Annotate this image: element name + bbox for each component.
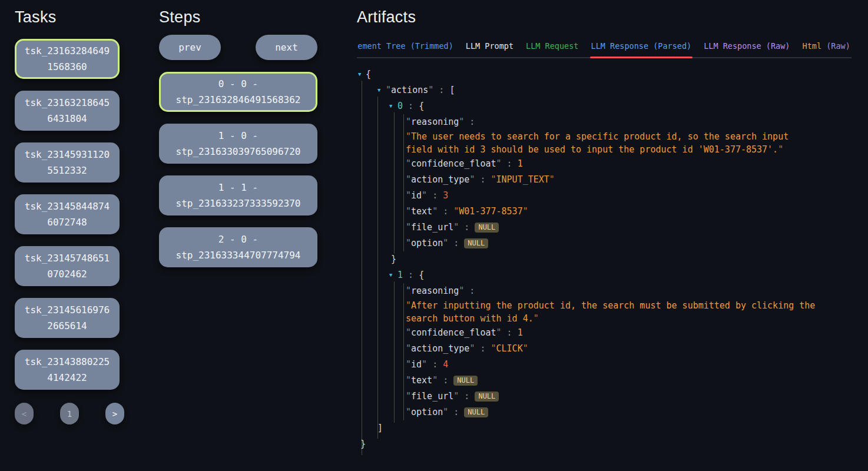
json-token-str: CLICK bbox=[491, 343, 528, 354]
step-button-stp-231633237333592370[interactable]: 1 - 1 - stp_231633237333592370 bbox=[159, 175, 317, 215]
json-token-key: id bbox=[406, 359, 427, 370]
artifact-tabs-strip: Element Tree (Trimmed)LLM PromptLLM Requ… bbox=[357, 40, 852, 58]
step-button-stp-231633039765096720[interactable]: 1 - 0 - stp_231633039765096720 bbox=[159, 124, 317, 164]
json-token-key: action_type bbox=[406, 343, 475, 354]
json-token-key: id bbox=[406, 190, 427, 201]
json-line: } bbox=[357, 436, 852, 452]
json-token-key: text bbox=[406, 206, 438, 217]
task-button-tsk-231457486510702462[interactable]: tsk_231457486510702462 bbox=[15, 246, 120, 286]
json-token-punc: [ bbox=[449, 85, 455, 95]
json-token-sep: : bbox=[438, 375, 453, 386]
task-button-tsk-231458448746072748[interactable]: tsk_231458448746072748 bbox=[15, 194, 120, 234]
null-badge: NULL bbox=[453, 376, 478, 386]
json-line: id : 4 bbox=[357, 357, 852, 373]
json-token-index: 1 bbox=[397, 270, 403, 280]
json-tree-viewer: ▼{▼actions : [▼0 : {reasoning :The user … bbox=[357, 67, 852, 452]
null-badge: NULL bbox=[475, 223, 499, 233]
json-token-sep: : bbox=[427, 359, 443, 370]
tab-element-tree-trimmed[interactable]: Element Tree (Trimmed) bbox=[357, 40, 453, 57]
json-token-sep: : bbox=[403, 101, 419, 111]
json-token-punc: ] bbox=[377, 423, 383, 433]
json-line: ▼{ bbox=[357, 67, 852, 82]
json-token-index: 0 bbox=[397, 101, 403, 111]
json-line: reasoning : bbox=[357, 114, 852, 130]
json-token-sep: : bbox=[438, 206, 453, 217]
next-step-button[interactable]: next bbox=[256, 35, 317, 60]
json-token-punc: { bbox=[419, 101, 424, 111]
json-line: confidence_float : 1 bbox=[357, 325, 852, 341]
json-token-sep: : bbox=[459, 222, 475, 233]
prev-step-button[interactable]: prev bbox=[159, 35, 221, 60]
json-token-punc: { bbox=[366, 69, 371, 79]
json-token-sep: : bbox=[464, 117, 475, 127]
tab-label-segment: Html bbox=[803, 41, 822, 51]
artifact-tabs: Element Tree (Trimmed)LLM PromptLLM Requ… bbox=[357, 40, 852, 58]
json-line: ▼actions : [ bbox=[357, 82, 852, 98]
collapse-arrow-icon[interactable]: ▼ bbox=[389, 267, 392, 283]
json-line: text : W01-377-8537 bbox=[357, 204, 852, 220]
task-button-tsk-231632846491568360[interactable]: tsk_231632846491568360 bbox=[15, 39, 120, 79]
json-line: option : NULL bbox=[357, 236, 852, 251]
step-nav-row: prev next bbox=[159, 35, 317, 60]
json-token-punc: } bbox=[360, 439, 366, 449]
json-token-int: 3 bbox=[443, 190, 448, 201]
collapse-arrow-icon[interactable]: ▼ bbox=[389, 98, 392, 114]
collapse-arrow-icon[interactable]: ▼ bbox=[358, 67, 361, 82]
json-token-key: reasoning bbox=[406, 286, 464, 296]
json-token-key: option bbox=[406, 407, 448, 417]
task-button-tsk-231438802254142422[interactable]: tsk_231438802254142422 bbox=[15, 350, 120, 390]
json-token-punc: } bbox=[391, 254, 396, 264]
tab-llm-prompt[interactable]: LLM Prompt bbox=[466, 40, 513, 57]
json-token-key: option bbox=[406, 238, 448, 248]
json-token-str: INPUT_TEXT bbox=[491, 174, 555, 185]
json-token-sep: : bbox=[475, 174, 491, 185]
task-button-tsk-231459311205512332[interactable]: tsk_231459311205512332 bbox=[15, 142, 120, 183]
json-token-key: confidence_float bbox=[406, 158, 502, 169]
task-list: tsk_231632846491568360tsk_23163218645643… bbox=[15, 39, 124, 390]
json-line: } bbox=[357, 251, 852, 267]
json-token-key: reasoning bbox=[406, 117, 464, 127]
tab-llm-response-parsed[interactable]: LLM Response (Parsed) bbox=[591, 40, 692, 57]
tasks-panel: Tasks tsk_231632846491568360tsk_23163218… bbox=[15, 7, 124, 424]
json-line: The user needs to search for a specific … bbox=[357, 130, 820, 156]
pagination-page-1-button[interactable]: 1 bbox=[60, 403, 79, 424]
json-token-key: file_url bbox=[406, 222, 459, 233]
json-token-key: confidence_float bbox=[406, 327, 502, 338]
pagination-next-button[interactable]: > bbox=[105, 403, 124, 424]
json-token-sep: : bbox=[433, 85, 449, 95]
artifacts-title: Artifacts bbox=[357, 7, 852, 27]
json-line: ▼1 : { bbox=[357, 267, 852, 283]
json-token-key: actions bbox=[386, 85, 433, 95]
json-line: action_type : CLICK bbox=[357, 341, 852, 357]
step-button-stp-231632846491568362[interactable]: 0 - 0 - stp_231632846491568362 bbox=[159, 72, 317, 112]
task-button-tsk-231632186456431804[interactable]: tsk_231632186456431804 bbox=[15, 91, 120, 131]
collapse-arrow-icon[interactable]: ▼ bbox=[377, 82, 380, 98]
json-token-str: W01-377-8537 bbox=[453, 206, 528, 217]
json-token-str: The user needs to search for a specific … bbox=[406, 131, 794, 155]
tab-llm-request[interactable]: LLM Request bbox=[526, 40, 578, 57]
json-line: action_type : INPUT_TEXT bbox=[357, 172, 852, 188]
json-token-key: text bbox=[406, 375, 438, 386]
json-line: ] bbox=[357, 420, 852, 436]
json-line: text : NULL bbox=[357, 373, 852, 389]
artifacts-panel: Artifacts Element Tree (Trimmed)LLM Prom… bbox=[357, 7, 852, 452]
tab-html-raw[interactable]: Html (Raw) bbox=[803, 40, 850, 57]
json-token-sep: : bbox=[459, 391, 475, 402]
tasks-title: Tasks bbox=[15, 7, 124, 27]
json-token-num: 1 bbox=[518, 158, 523, 169]
tab-label-segment: (Raw) bbox=[821, 41, 850, 51]
pagination-prev-button[interactable]: < bbox=[15, 403, 34, 424]
json-token-key: action_type bbox=[406, 174, 475, 185]
null-badge: NULL bbox=[464, 407, 488, 417]
json-line: file_url : NULL bbox=[357, 389, 852, 404]
json-token-key: file_url bbox=[406, 391, 459, 402]
step-button-stp-231633344707774794[interactable]: 2 - 0 - stp_231633344707774794 bbox=[159, 227, 317, 267]
null-badge: NULL bbox=[475, 392, 499, 402]
task-button-tsk-231456169762665614[interactable]: tsk_231456169762665614 bbox=[15, 298, 120, 338]
null-badge: NULL bbox=[464, 238, 488, 248]
json-token-sep: : bbox=[448, 407, 464, 417]
json-line: ▼0 : { bbox=[357, 98, 852, 114]
json-token-sep: : bbox=[502, 158, 518, 169]
json-line: reasoning : bbox=[357, 283, 852, 299]
tab-llm-response-raw[interactable]: LLM Response (Raw) bbox=[704, 40, 790, 57]
